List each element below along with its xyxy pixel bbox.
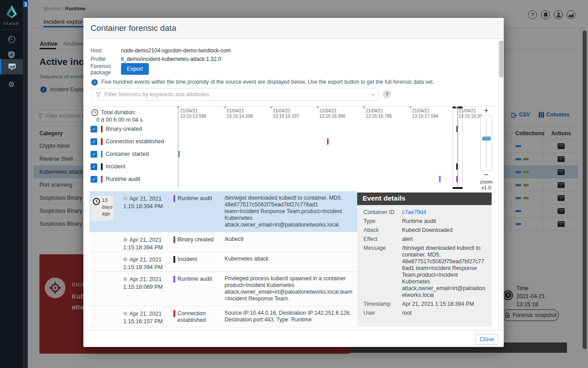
time-ago-chip: 13daysago xyxy=(91,196,113,221)
event-type: Incident xyxy=(173,252,218,271)
tick-label: 21/04/2113:15:13.599 xyxy=(180,108,206,119)
checkbox[interactable]: ✓ xyxy=(91,138,97,145)
modal-scrollbar-thumb[interactable] xyxy=(499,41,503,77)
detail-value: Runtime audit xyxy=(402,218,487,225)
zoom-level-label: zoom x1.0 xyxy=(476,179,497,191)
sidebar-item-settings[interactable]: ⚙ xyxy=(0,77,23,91)
detail-row: AttackKubectl Downloaded xyxy=(357,226,492,235)
container-id-link[interactable]: c7ae79d4 xyxy=(402,209,487,216)
detail-row: Userroot xyxy=(357,308,492,317)
prisma-cloud-logo-icon[interactable] xyxy=(5,4,17,21)
monitor-chart-icon xyxy=(8,63,16,70)
tick-triangle-icon xyxy=(455,107,458,109)
event-type-color-bar xyxy=(173,310,175,317)
legend-color-bar xyxy=(101,126,103,133)
event-type-label: Runtime audit xyxy=(177,276,212,306)
tick-label: 21/04/2113:15:15.197 xyxy=(273,108,299,119)
event-type-color-bar xyxy=(173,276,175,282)
event-message: /kubectl xyxy=(218,232,357,252)
modal-scrollbar[interactable] xyxy=(498,39,504,330)
detail-value: root xyxy=(402,310,487,317)
checkbox[interactable]: ✓ xyxy=(91,176,97,183)
zoom-in-button[interactable]: + xyxy=(480,106,493,115)
forensics-filter: × xyxy=(91,88,379,101)
profile-value: tl_demo/incident-kubernetes-attack:1.32.… xyxy=(121,56,221,62)
status-dot xyxy=(123,197,127,201)
event-type-label: Incident xyxy=(177,256,197,271)
sidebar-divider xyxy=(2,30,21,30)
event-marker[interactable] xyxy=(439,176,441,182)
event-row[interactable]: Apr 21, 20211:15:16:157 PMConnection est… xyxy=(90,306,357,327)
legend-color-bar xyxy=(101,176,103,183)
checkbox[interactable]: ✓ xyxy=(91,126,97,133)
filter-help-badge[interactable]: ? xyxy=(383,90,391,98)
event-row[interactable]: Apr 21, 20211:15:18:394 PMIncidentKubern… xyxy=(90,252,357,272)
event-type-label: Connection established xyxy=(177,310,218,327)
zoom-slider: ··· xyxy=(480,116,492,171)
event-message: /bin/wget downloaded kubectl to containe… xyxy=(218,191,357,232)
event-type-color-bar xyxy=(173,256,175,263)
legend-item[interactable]: ✓Runtime audit xyxy=(91,175,140,183)
export-button[interactable]: Export xyxy=(121,63,149,75)
detail-value: /bin/wget downloaded kubectl to containe… xyxy=(402,245,487,299)
event-row[interactable]: Apr 21, 20211:15:18:069 PMRuntime auditP… xyxy=(90,272,357,306)
detail-row: TimestampApr 21, 2021 1:15:18:394 PM xyxy=(357,300,492,308)
timeline-plot[interactable]: 21/04/2113:15:13.59921/04/2113:15:14.398… xyxy=(178,107,466,189)
status-dot xyxy=(123,238,127,242)
legend-color-bar xyxy=(101,151,103,158)
modal-footer: Close xyxy=(83,330,504,347)
event-marker[interactable] xyxy=(456,126,458,132)
event-list: 13daysagoApr 21, 20211:15:18:394 PMRunti… xyxy=(90,191,357,330)
filter-funnel-icon xyxy=(96,92,101,97)
radar-icon xyxy=(8,35,16,43)
detail-value: Kubectl Downloaded xyxy=(402,227,487,234)
event-marker[interactable] xyxy=(456,163,458,170)
total-duration-value: 0 d 00 h 00 m 04 s xyxy=(96,117,143,123)
legend-color-bar xyxy=(101,138,103,145)
legend-item[interactable]: ✓Container started xyxy=(91,150,149,158)
event-type-color-bar xyxy=(173,236,175,243)
info-icon: i xyxy=(91,79,98,86)
clear-filter-icon[interactable]: × xyxy=(371,91,375,98)
time-ago-text: days xyxy=(102,204,113,210)
tick-triangle-icon xyxy=(269,107,273,109)
tick-label: 21/04/2113:15:14.398 xyxy=(227,108,253,119)
detail-label: Effect xyxy=(363,236,402,243)
shield-icon xyxy=(8,51,15,59)
tick-triangle-icon xyxy=(316,107,320,109)
legend-label: Binary created xyxy=(106,126,142,132)
event-timestamp: Apr 21, 20211:15:18:394 PM xyxy=(118,191,173,232)
event-details-panel: Event details Container IDc7ae79d4TypeRu… xyxy=(357,193,492,327)
checkbox[interactable]: ✓ xyxy=(91,163,97,170)
timeline-legend: Total duration: 0 d 00 h 00 m 04 s ✓Bina… xyxy=(91,107,178,189)
tick-label: 21/04/2113:15:15.996 xyxy=(320,108,346,119)
event-marker[interactable] xyxy=(327,138,329,145)
forensic-modal: Container forensic data Host node-demo21… xyxy=(83,18,504,347)
collapsed-nav-rail xyxy=(23,0,28,368)
legend-item[interactable]: ✓Incident xyxy=(91,163,125,170)
modal-info-row: i Five hundred events within the time pr… xyxy=(91,79,486,86)
zoom-slider-handle[interactable]: ··· xyxy=(482,137,491,141)
sidebar-item-monitor[interactable] xyxy=(0,59,23,74)
legend-item[interactable]: ✓Connection established xyxy=(91,138,164,145)
event-row[interactable]: 13daysagoApr 21, 20211:15:18:394 PMRunti… xyxy=(90,191,357,232)
tick-triangle-icon xyxy=(409,107,412,109)
detail-label: Message xyxy=(363,245,402,299)
event-type: Connection established xyxy=(173,306,218,327)
tick-triangle-icon xyxy=(223,107,227,109)
event-row[interactable]: Apr 21, 20211:15:18:394 PMBinary created… xyxy=(90,232,357,252)
close-button[interactable]: Close xyxy=(475,334,498,345)
event-age-column xyxy=(90,272,118,306)
zoom-out-button[interactable]: − xyxy=(480,171,493,180)
sidebar-item-radar[interactable] xyxy=(0,32,23,47)
legend-item[interactable]: ✓Binary created xyxy=(91,125,142,133)
checkbox[interactable]: ✓ xyxy=(91,151,97,158)
app-window: CLOUD ⚙ ❯ Monitor / Runtime Incident exp… xyxy=(0,0,588,368)
event-marker[interactable] xyxy=(456,176,458,182)
forensics-filter-input[interactable] xyxy=(104,91,368,98)
event-marker[interactable] xyxy=(178,151,180,157)
tick-triangle-icon xyxy=(177,107,180,109)
clock-icon xyxy=(93,198,100,207)
event-details-title: Event details xyxy=(357,193,492,205)
legend-color-bar xyxy=(101,163,103,170)
